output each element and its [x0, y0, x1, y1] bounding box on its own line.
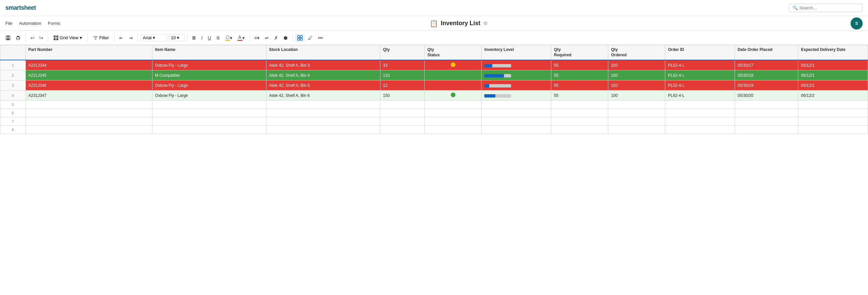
svg-rect-2: [7, 38, 9, 40]
stock-location-cell[interactable]: Aisle 42, Shelf A, Bin 3: [266, 60, 380, 70]
spreadsheet: Part Number Item Name Stock Location Qty…: [0, 45, 868, 134]
header-expected-delivery-date: Expected Delivery Date: [798, 45, 868, 60]
user-avatar[interactable]: S: [850, 18, 863, 30]
highlight-button[interactable]: 🖊: [306, 34, 315, 42]
clear-format-button[interactable]: ✗: [272, 34, 280, 42]
qty-required-cell[interactable]: 55: [551, 60, 608, 70]
expected-delivery-date-cell[interactable]: 06/12/1: [798, 60, 868, 70]
part-number-cell[interactable]: A231J347: [26, 90, 152, 100]
font-size-selector[interactable]: 10 ▾: [168, 34, 185, 41]
header-qty-status: QtyStatus: [425, 45, 482, 60]
empty-cell: [665, 126, 735, 134]
indent-right-button[interactable]: ⇥: [127, 34, 135, 42]
order-id-cell[interactable]: PL62-4-L: [665, 60, 735, 70]
date-order-placed-cell[interactable]: 05/30/18: [735, 70, 798, 81]
part-number-cell[interactable]: A231J344: [26, 60, 152, 70]
divider-6: [187, 34, 188, 41]
header-stock-location: Stock Location: [266, 45, 380, 60]
star-icon[interactable]: ☆: [483, 20, 488, 27]
expected-delivery-date-cell[interactable]: 06/12/1: [798, 70, 868, 81]
qty-status-cell: [425, 70, 482, 81]
menu-file[interactable]: File: [5, 21, 12, 26]
fill-color-button[interactable]: ⬡ ▾: [223, 33, 234, 42]
more-button[interactable]: •••: [316, 34, 325, 42]
svg-rect-14: [298, 35, 300, 37]
qty-cell[interactable]: 150: [380, 90, 424, 100]
svg-rect-17: [300, 38, 302, 40]
empty-cell: [735, 117, 798, 126]
italic-button[interactable]: I: [199, 34, 205, 42]
strikethrough-button[interactable]: S: [215, 34, 221, 42]
empty-cell: [482, 100, 551, 109]
svg-rect-4: [17, 38, 19, 40]
search-icon: 🔍: [793, 5, 798, 10]
qty-ordered-cell[interactable]: 100: [608, 60, 665, 70]
status-dot: [451, 62, 456, 67]
qty-cell[interactable]: 33: [380, 60, 424, 70]
qty-cell[interactable]: 110: [380, 70, 424, 81]
qty-ordered-cell[interactable]: 100: [608, 81, 665, 90]
menu-automation[interactable]: Automation: [19, 21, 41, 26]
stock-location-cell[interactable]: Aisle 42, Shelf A, Bin 5: [266, 81, 380, 90]
empty-cell: [425, 109, 482, 117]
header-qty-required: QtyRequired: [551, 45, 608, 60]
row-number: 2: [0, 70, 26, 81]
divider-1: [26, 34, 26, 41]
grid-icon-button[interactable]: [295, 34, 305, 42]
expected-delivery-date-cell[interactable]: 06/12/1: [798, 81, 868, 90]
order-id-cell[interactable]: PL62-4-L: [665, 90, 735, 100]
qty-status-cell: [425, 81, 482, 90]
bold-button[interactable]: B: [190, 34, 198, 42]
align-button[interactable]: ≡▾: [252, 34, 261, 42]
table-row: 2A231J345M CompatibleAisle 42, Shelf A, …: [0, 70, 868, 81]
empty-cell: [735, 100, 798, 109]
save-button[interactable]: [3, 34, 13, 42]
stock-location-cell[interactable]: Aisle 42, Shelf A, Bin 4: [266, 70, 380, 81]
order-id-cell[interactable]: PL62-4-L: [665, 70, 735, 81]
part-number-cell[interactable]: A231J346: [26, 81, 152, 90]
menu-forms[interactable]: Forms: [48, 21, 60, 26]
filter-button[interactable]: Filter: [91, 34, 112, 41]
qty-cell[interactable]: 12: [380, 81, 424, 90]
print-button[interactable]: [13, 34, 23, 42]
qty-ordered-cell[interactable]: 100: [608, 90, 665, 100]
qty-ordered-cell[interactable]: 100: [608, 70, 665, 81]
inventory-level-cell: [482, 60, 551, 70]
underline-button[interactable]: U: [206, 34, 213, 42]
order-id-cell[interactable]: PL62-4-L: [665, 81, 735, 90]
item-name-cell[interactable]: Oxbow Fly - Large: [152, 81, 266, 90]
qty-status-cell: [425, 60, 482, 70]
date-order-placed-cell[interactable]: 05/30/19: [735, 81, 798, 90]
undo-button[interactable]: ↩: [29, 34, 36, 42]
qty-required-cell[interactable]: 55: [551, 90, 608, 100]
empty-cell: [665, 100, 735, 109]
search-box[interactable]: 🔍: [789, 4, 863, 12]
table-row: 5: [0, 100, 868, 109]
indent-left-button[interactable]: ⇤: [117, 34, 125, 42]
conditional-format-button[interactable]: ⬢: [281, 34, 289, 42]
redo-button[interactable]: ↪: [37, 34, 45, 42]
header-qty-ordered: QtyOrdered: [608, 45, 665, 60]
empty-cell: [380, 100, 424, 109]
empty-cell: [798, 100, 868, 109]
search-input[interactable]: [799, 5, 859, 10]
empty-cell: [26, 100, 152, 109]
font-chevron: ▾: [153, 35, 155, 40]
wrap-button[interactable]: ⇌: [263, 34, 271, 42]
grid-view-button[interactable]: Grid View ▾: [51, 34, 85, 41]
date-order-placed-cell[interactable]: 05/30/17: [735, 60, 798, 70]
table-row: 6: [0, 109, 868, 117]
qty-required-cell[interactable]: 55: [551, 70, 608, 81]
date-order-placed-cell[interactable]: 05/30/20: [735, 90, 798, 100]
empty-cell: [266, 117, 380, 126]
font-selector[interactable]: Arial ▾: [141, 34, 167, 41]
item-name-cell[interactable]: Oxbow Fly - Large: [152, 60, 266, 70]
item-name-cell[interactable]: Oxbow Fly - Large: [152, 90, 266, 100]
stock-location-cell[interactable]: Aisle 42, Shelf A, Bin 6: [266, 90, 380, 100]
qty-required-cell[interactable]: 55: [551, 81, 608, 90]
item-name-cell[interactable]: M Compatible: [152, 70, 266, 81]
empty-cell: [26, 109, 152, 117]
text-color-button[interactable]: A ▾: [236, 33, 247, 42]
part-number-cell[interactable]: A231J345: [26, 70, 152, 81]
expected-delivery-date-cell[interactable]: 06/12/2: [798, 90, 868, 100]
